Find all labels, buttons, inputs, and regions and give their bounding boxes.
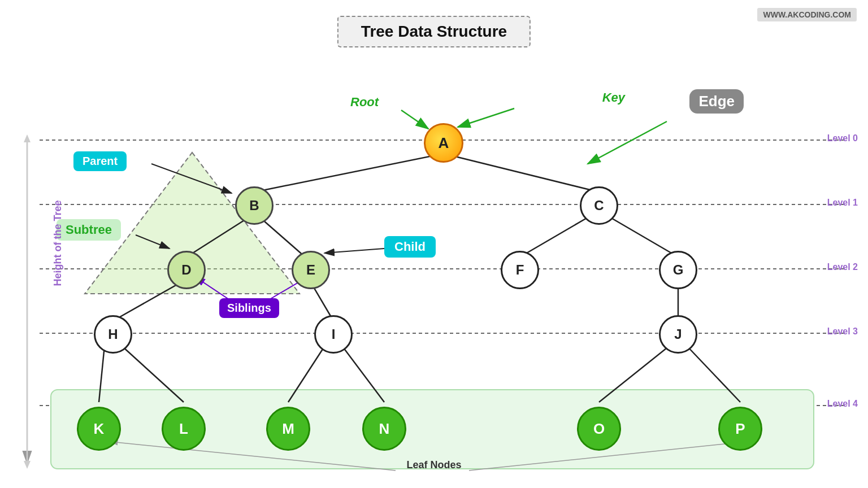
- node-B: B: [235, 186, 274, 225]
- node-J: J: [659, 315, 697, 354]
- svg-marker-40: [24, 461, 31, 469]
- node-N: N: [362, 407, 406, 451]
- node-E: E: [292, 251, 330, 289]
- level-1-label: Level 1: [827, 198, 858, 208]
- main-container: Tree Data Structure WWW.AKCODING.COM: [0, 0, 868, 488]
- node-L: L: [162, 407, 206, 451]
- node-M: M: [266, 407, 310, 451]
- svg-line-29: [588, 121, 667, 164]
- subtree-label: Subtree: [57, 219, 121, 241]
- siblings-label: Siblings: [219, 298, 279, 318]
- svg-line-27: [401, 110, 428, 129]
- root-label: Root: [350, 95, 379, 110]
- key-label: Key: [602, 90, 625, 105]
- node-P: P: [718, 407, 762, 451]
- svg-line-8: [444, 154, 599, 192]
- node-F: F: [501, 251, 539, 289]
- edge-label: Edge: [689, 89, 744, 114]
- node-H: H: [94, 315, 132, 354]
- node-O: O: [577, 407, 621, 451]
- node-K: K: [77, 407, 121, 451]
- level-0-label: Level 0: [827, 133, 858, 143]
- parent-label: Parent: [73, 151, 127, 171]
- node-A: A: [424, 123, 463, 163]
- level-4-label: Level 4: [827, 399, 858, 409]
- svg-line-7: [254, 154, 444, 192]
- node-G: G: [659, 251, 697, 289]
- svg-line-12: [610, 217, 678, 257]
- leaf-label: Leaf Nodes: [406, 459, 461, 471]
- svg-line-28: [458, 108, 514, 127]
- child-label: Child: [384, 236, 436, 258]
- height-label: Height of the Tree: [52, 187, 64, 300]
- level-2-label: Level 2: [827, 262, 858, 272]
- node-C: C: [580, 186, 618, 225]
- svg-marker-39: [24, 134, 31, 142]
- svg-line-11: [520, 217, 588, 257]
- node-D: D: [167, 251, 206, 289]
- node-I: I: [314, 315, 353, 354]
- svg-line-32: [324, 249, 384, 253]
- level-3-label: Level 3: [827, 326, 858, 337]
